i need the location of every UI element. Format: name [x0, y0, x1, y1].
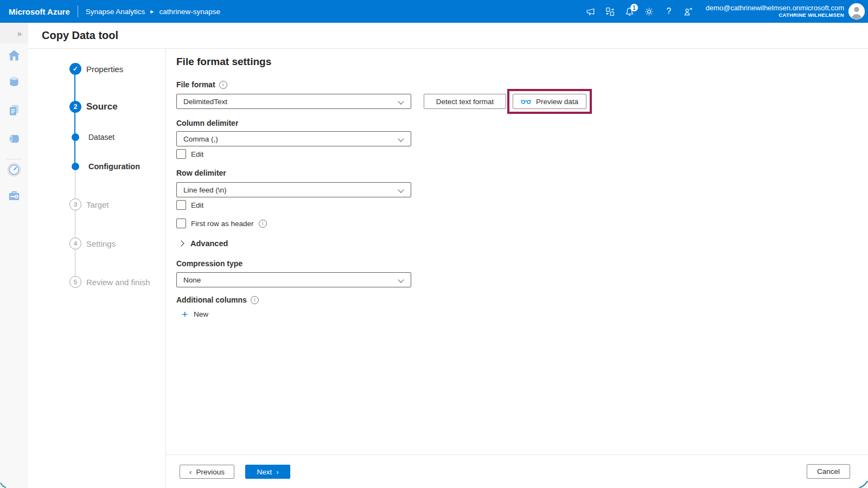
step-number: 5	[69, 276, 81, 288]
account-info[interactable]: demo@cathrinewilhelmsen.onmicrosoft.com …	[706, 4, 844, 18]
wizard-footer: ‹ Previous Next › Cancel	[166, 454, 868, 488]
step-settings[interactable]: 4 Settings	[28, 236, 116, 251]
info-icon[interactable]: i	[251, 296, 259, 304]
azure-top-bar: Microsoft Azure Synapse Analytics ▶ cath…	[0, 0, 868, 23]
chevron-down-icon	[398, 136, 404, 142]
column-delimiter-value: Comma (,)	[183, 135, 218, 143]
step-label: Target	[86, 200, 109, 209]
breadcrumb-product[interactable]: Synapse Analytics	[86, 8, 145, 16]
develop-icon[interactable]	[7, 103, 21, 117]
compression-type-dropdown[interactable]: None	[176, 272, 411, 287]
edit-label: Edit	[191, 150, 203, 158]
step-label: Properties	[86, 65, 123, 74]
step-connector-upcoming	[75, 166, 75, 282]
first-row-as-header-row: First row as header i	[176, 219, 267, 228]
step-review-and-finish[interactable]: 5 Review and finish	[28, 274, 150, 290]
step-dot	[72, 133, 79, 141]
edit-label: Edit	[191, 201, 203, 209]
advanced-label: Advanced	[190, 239, 228, 248]
microsoft-azure-logo[interactable]: Microsoft Azure	[9, 7, 70, 16]
settings-gear-icon[interactable]	[641, 3, 658, 20]
chevron-down-icon	[398, 98, 404, 104]
first-row-as-header-label: First row as header	[191, 220, 254, 228]
data-icon[interactable]	[7, 74, 21, 88]
integrate-icon[interactable]	[7, 132, 21, 146]
page-title: Copy Data tool	[42, 29, 118, 42]
notifications-bell-icon[interactable]: 1	[622, 3, 638, 20]
switch-workspace-icon[interactable]	[602, 3, 618, 20]
step-label: Dataset	[88, 133, 114, 142]
chevron-down-icon	[398, 187, 404, 192]
preview-data-highlight-box: Preview data	[507, 89, 592, 114]
avatar[interactable]	[848, 3, 865, 20]
add-new-column-button[interactable]: + New	[182, 309, 208, 319]
step-check-icon: ✓	[69, 63, 81, 75]
manage-icon[interactable]	[7, 188, 21, 202]
breadcrumb-workspace[interactable]: cathrinew-synapse	[159, 8, 221, 16]
plus-icon: +	[182, 309, 188, 319]
first-row-as-header-checkbox[interactable]	[176, 219, 186, 228]
chevron-right-icon	[178, 240, 184, 246]
edit-checkbox[interactable]	[176, 149, 186, 159]
compression-type-value: None	[183, 276, 201, 284]
cancel-button[interactable]: Cancel	[807, 464, 850, 479]
breadcrumb-arrow-icon: ▶	[150, 9, 154, 14]
info-icon[interactable]: i	[219, 81, 227, 89]
glasses-icon	[521, 98, 531, 105]
new-label: New	[194, 310, 208, 318]
additional-columns-label: Additional columns i	[176, 296, 259, 304]
copy-data-tool-screen: Microsoft Azure Synapse Analytics ▶ cath…	[0, 0, 868, 488]
step-properties[interactable]: ✓ Properties	[28, 61, 123, 76]
sidebar-divider	[6, 159, 22, 159]
chevron-left-icon: ‹	[189, 468, 192, 476]
feedback-icon[interactable]	[680, 3, 697, 20]
step-number: 2	[69, 101, 81, 113]
step-connector-active	[74, 69, 75, 166]
step-label: Settings	[86, 239, 116, 248]
advanced-expander[interactable]: Advanced	[179, 239, 228, 248]
file-format-label: File format i	[176, 80, 227, 89]
file-format-dropdown[interactable]: DelimitedText	[176, 94, 411, 109]
info-icon[interactable]: i	[259, 220, 267, 228]
home-icon[interactable]	[7, 48, 21, 62]
compression-type-label: Compression type	[176, 259, 242, 268]
step-source[interactable]: 2 Source	[28, 99, 118, 114]
step-label: Configuration	[88, 162, 140, 171]
file-format-value: DelimitedText	[183, 98, 227, 106]
row-delimiter-edit-row: Edit	[176, 200, 203, 210]
account-email: demo@cathrinewilhelmsen.onmicrosoft.com	[706, 4, 844, 12]
column-delimiter-label: Column delimiter	[176, 119, 238, 127]
row-delimiter-value: Line feed (\n)	[183, 186, 227, 194]
step-dataset[interactable]: Dataset	[28, 130, 114, 145]
step-configuration[interactable]: Configuration	[28, 159, 140, 174]
announcements-icon[interactable]	[583, 3, 599, 20]
synapse-left-sidebar: »	[0, 23, 28, 488]
next-button[interactable]: Next ›	[245, 465, 290, 479]
sidebar-expand-icon[interactable]: »	[0, 23, 28, 43]
column-delimiter-edit-row: Edit	[176, 149, 203, 159]
step-label: Source	[86, 101, 118, 112]
account-name: CATHRINE WILHELMSEN	[706, 12, 844, 18]
detect-text-format-button[interactable]: Detect text format	[424, 94, 506, 109]
wizard-step-nav: ✓ Properties 2 Source Dataset Configurat…	[28, 49, 166, 488]
preview-data-button[interactable]: Preview data	[513, 94, 586, 109]
edit-checkbox[interactable]	[176, 200, 186, 210]
step-dot	[72, 163, 79, 170]
file-format-settings-panel: File format settings File format i Delim…	[166, 49, 868, 454]
page-header: Copy Data tool	[28, 23, 868, 49]
row-delimiter-label: Row delimiter	[176, 169, 226, 177]
step-number: 3	[69, 198, 81, 210]
step-label: Review and finish	[86, 278, 150, 287]
help-icon[interactable]: ?	[661, 3, 677, 20]
previous-button[interactable]: ‹ Previous	[180, 465, 234, 479]
column-delimiter-dropdown[interactable]: Comma (,)	[176, 131, 411, 146]
chevron-right-icon: ›	[276, 468, 278, 476]
topbar-actions: 1 ? demo@cathrinewilhelmsen.onmicrosoft.…	[581, 3, 868, 20]
monitor-icon[interactable]	[7, 163, 21, 177]
step-target[interactable]: 3 Target	[28, 197, 109, 212]
notification-count-badge: 1	[630, 4, 638, 11]
topbar-divider	[78, 5, 78, 17]
chevron-down-icon	[398, 277, 404, 282]
row-delimiter-dropdown[interactable]: Line feed (\n)	[176, 182, 411, 197]
step-number: 4	[69, 237, 81, 249]
